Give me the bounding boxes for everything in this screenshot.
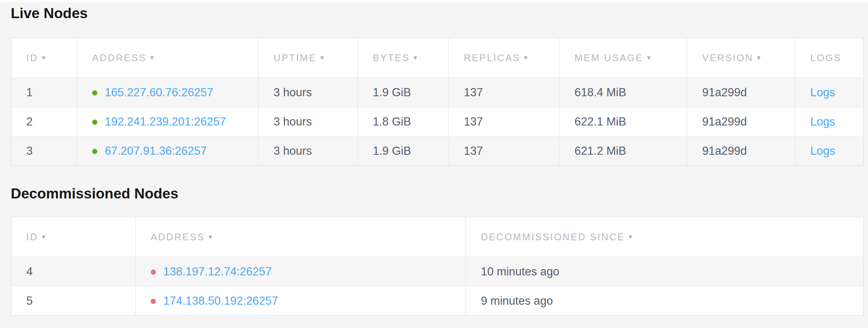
node-address-link[interactable]: 165.227.60.76:26257 xyxy=(105,86,213,99)
live-nodes-title: Live Nodes xyxy=(11,5,868,22)
node-version-cell: 91a299d xyxy=(687,107,795,136)
node-mem-usage-cell: 622.1 MiB xyxy=(559,107,687,136)
node-mem-usage-cell: 621.2 MiB xyxy=(559,136,687,165)
table-row: 2 192.241.239.201:26257 3 hours 1.8 GiB … xyxy=(11,107,864,136)
node-id-cell: 2 xyxy=(11,107,77,136)
column-header-version[interactable]: VERSION▾ xyxy=(687,38,795,78)
column-header-bytes[interactable]: BYTES▾ xyxy=(358,38,449,78)
column-header-decommissioned-since[interactable]: DECOMMISSIONED SINCE▾ xyxy=(466,217,864,257)
node-address-cell: 67.207.91.36:26257 xyxy=(77,136,258,165)
sort-arrow-icon: ▾ xyxy=(647,54,651,61)
column-header-label: LOGS xyxy=(810,52,841,63)
sort-arrow-icon: ▾ xyxy=(757,54,761,61)
node-logs-cell: Logs xyxy=(795,136,864,165)
node-logs-link[interactable]: Logs xyxy=(810,115,835,128)
node-uptime-cell: 3 hours xyxy=(258,78,358,107)
decommissioned-nodes-title: Decommissioned Nodes xyxy=(11,185,868,202)
node-version-cell: 91a299d xyxy=(687,136,795,165)
node-address-link[interactable]: 138.197.12.74:26257 xyxy=(163,265,272,278)
node-mem-usage-cell: 618.4 MiB xyxy=(559,78,687,107)
node-id-cell: 3 xyxy=(11,136,77,165)
column-header-label: BYTES xyxy=(373,52,410,63)
decommissioned-nodes-table: ID▾ ADDRESS▾ DECOMMISSIONED SINCE▾ 4 138… xyxy=(11,217,864,316)
column-header-id[interactable]: ID▾ xyxy=(11,217,135,257)
node-logs-link[interactable]: Logs xyxy=(810,86,835,99)
column-header-address[interactable]: ADDRESS▾ xyxy=(77,38,258,78)
node-id-cell: 4 xyxy=(11,257,135,286)
node-address-cell: 138.197.12.74:26257 xyxy=(135,257,466,286)
column-header-uptime[interactable]: UPTIME▾ xyxy=(258,38,358,78)
column-header-label: DECOMMISSIONED SINCE xyxy=(481,231,625,242)
node-address-link[interactable]: 192.241.239.201:26257 xyxy=(105,115,226,128)
column-header-id[interactable]: ID▾ xyxy=(11,38,77,78)
top-strip xyxy=(0,0,868,3)
column-header-label: ADDRESS xyxy=(92,52,147,63)
node-bytes-cell: 1.8 GiB xyxy=(358,107,449,136)
node-live-status-dot-icon xyxy=(92,120,97,125)
node-uptime-cell: 3 hours xyxy=(258,107,358,136)
node-replicas-cell: 137 xyxy=(449,107,559,136)
sort-arrow-icon: ▾ xyxy=(150,54,154,61)
node-address-cell: 174.138.50.192:26257 xyxy=(135,286,466,315)
sort-arrow-icon: ▾ xyxy=(42,54,46,61)
table-row: 3 67.207.91.36:26257 3 hours 1.9 GiB 137… xyxy=(11,136,864,165)
table-row: 5 174.138.50.192:26257 9 minutes ago xyxy=(11,286,864,315)
column-header-label: MEM USAGE xyxy=(574,52,643,63)
table-row: 4 138.197.12.74:26257 10 minutes ago xyxy=(11,257,864,286)
column-header-label: ADDRESS xyxy=(151,231,205,242)
node-uptime-cell: 3 hours xyxy=(258,136,358,165)
node-logs-cell: Logs xyxy=(795,107,864,136)
table-header-row: ID▾ ADDRESS▾ DECOMMISSIONED SINCE▾ xyxy=(11,217,864,257)
column-header-replicas[interactable]: REPLICAS▾ xyxy=(449,38,559,78)
node-decommissioned-status-dot-icon xyxy=(151,299,156,304)
node-bytes-cell: 1.9 GiB xyxy=(358,78,449,107)
sort-arrow-icon: ▾ xyxy=(320,54,324,61)
node-live-status-dot-icon xyxy=(92,149,97,154)
nodes-page: Live Nodes ID▾ ADDRESS▾ UPTIME▾ xyxy=(0,5,868,316)
table-row: 1 165.227.60.76:26257 3 hours 1.9 GiB 13… xyxy=(11,78,864,107)
column-header-label: VERSION xyxy=(702,52,753,63)
column-header-label: ID xyxy=(26,231,38,242)
column-header-address[interactable]: ADDRESS▾ xyxy=(135,217,466,257)
sort-arrow-icon: ▾ xyxy=(413,54,417,61)
node-address-cell: 165.227.60.76:26257 xyxy=(77,78,258,107)
node-logs-cell: Logs xyxy=(795,78,864,107)
node-decommissioned-since-cell: 10 minutes ago xyxy=(466,257,864,286)
table-header-row: ID▾ ADDRESS▾ UPTIME▾ BYTES▾ REPLICAS▾ xyxy=(11,38,864,78)
sort-arrow-icon: ▾ xyxy=(629,233,632,241)
column-header-label: ID xyxy=(26,52,38,63)
node-address-cell: 192.241.239.201:26257 xyxy=(77,107,258,136)
live-nodes-table: ID▾ ADDRESS▾ UPTIME▾ BYTES▾ REPLICAS▾ xyxy=(11,37,864,166)
node-replicas-cell: 137 xyxy=(449,78,559,107)
node-logs-link[interactable]: Logs xyxy=(810,144,835,157)
sort-arrow-icon: ▾ xyxy=(209,233,212,241)
decommissioned-nodes-section: Decommissioned Nodes ID▾ ADDRESS▾ DECOMM… xyxy=(11,185,868,316)
sort-arrow-icon: ▾ xyxy=(42,233,46,241)
node-id-cell: 1 xyxy=(11,78,77,107)
node-decommissioned-since-cell: 9 minutes ago xyxy=(466,286,864,315)
column-header-label: UPTIME xyxy=(274,52,316,63)
sort-arrow-icon: ▾ xyxy=(524,54,528,61)
node-decommissioned-status-dot-icon xyxy=(151,270,156,275)
node-live-status-dot-icon xyxy=(92,90,97,96)
node-address-link[interactable]: 67.207.91.36:26257 xyxy=(105,144,207,157)
node-bytes-cell: 1.9 GiB xyxy=(358,136,449,165)
node-replicas-cell: 137 xyxy=(449,136,559,165)
node-id-cell: 5 xyxy=(11,286,135,315)
column-header-logs: LOGS xyxy=(795,38,864,78)
node-version-cell: 91a299d xyxy=(687,78,795,107)
column-header-label: REPLICAS xyxy=(464,52,520,63)
live-nodes-section: Live Nodes ID▾ ADDRESS▾ UPTIME▾ xyxy=(11,5,868,166)
node-address-link[interactable]: 174.138.50.192:26257 xyxy=(163,294,278,307)
column-header-mem-usage[interactable]: MEM USAGE▾ xyxy=(559,38,687,78)
